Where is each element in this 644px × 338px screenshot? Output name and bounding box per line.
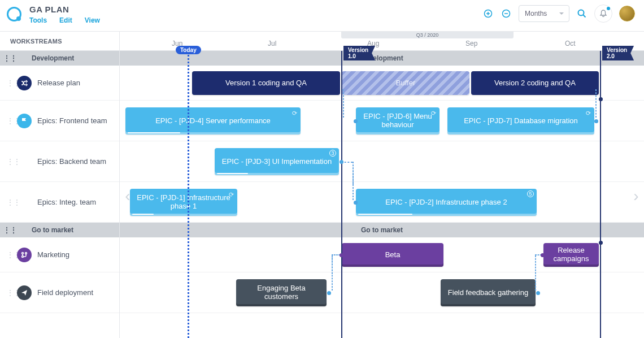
menu-tools[interactable]: Tools <box>29 16 47 24</box>
zoom-in-icon[interactable] <box>482 8 494 19</box>
connector-dot <box>536 291 540 295</box>
bar-v2-coding[interactable]: Version 2 coding and QA <box>471 71 599 95</box>
branch-icon <box>17 248 32 262</box>
count-badge: 5 <box>527 190 534 197</box>
group-gtm[interactable]: ⋮⋮ Go to market <box>0 223 119 237</box>
row-backend[interactable]: ⋮⋮ Epics: Backend team <box>0 141 119 182</box>
row-label: Field deployment <box>37 288 93 297</box>
row-frontend[interactable]: ⋮⋮ Epics: Frontend team <box>0 101 119 141</box>
progress-bar <box>132 214 154 215</box>
row-label: Epics: Backend team <box>37 157 106 166</box>
sync-icon: ⟳ <box>229 191 234 198</box>
row-label: Marketing <box>37 250 69 259</box>
quarter-label: Q3 / 2020 <box>341 32 514 38</box>
flag-icon <box>17 114 32 128</box>
drag-handle-icon[interactable]: ⋮⋮ <box>7 79 11 87</box>
drag-handle-icon[interactable]: ⋮⋮ <box>7 251 11 259</box>
bar-beta[interactable]: Beta <box>342 243 443 267</box>
count-badge: 3 <box>329 150 336 157</box>
connector-dot <box>340 160 343 164</box>
bar-field-feedback[interactable]: Field feedback gathering <box>441 279 536 306</box>
group-development[interactable]: ⋮⋮ Development <box>0 51 119 66</box>
progress-bar <box>358 214 412 215</box>
row-label: Epics: Frontend team <box>37 116 107 125</box>
shuffle-icon <box>17 76 32 90</box>
svg-point-4 <box>22 255 24 257</box>
sync-icon: ⟳ <box>586 110 591 117</box>
row-release-plan[interactable]: ⋮⋮ Release plan <box>0 66 119 101</box>
bar-engaging-beta[interactable]: Engaging Beta customers <box>236 279 327 306</box>
connector-dot <box>354 119 358 123</box>
bar-epic-pjd2[interactable]: EPIC - [PJD-2] Infrastructure phase 2 5 <box>356 189 537 216</box>
avatar[interactable] <box>619 6 635 21</box>
menu-edit[interactable]: Edit <box>59 16 72 24</box>
svg-point-2 <box>578 10 584 16</box>
progress-bar <box>217 173 248 174</box>
svg-point-3 <box>22 252 24 254</box>
connector-dot <box>541 253 545 257</box>
connector-dot <box>340 253 343 257</box>
connector-dot <box>599 97 603 101</box>
row-marketing[interactable]: ⋮⋮ Marketing <box>0 237 119 272</box>
drag-handle-icon[interactable]: ⋮⋮ <box>7 289 11 297</box>
bar-v1-coding[interactable]: Version 1 coding and QA <box>192 71 340 95</box>
connector-dot <box>327 291 331 295</box>
drag-handle-icon[interactable]: ⋮⋮ <box>7 158 11 166</box>
menu-view[interactable]: View <box>85 16 100 24</box>
timeline-group-gtm: Go to market <box>120 223 644 237</box>
workstreams-header: WORKSTREAMS <box>0 32 119 51</box>
drag-handle-icon[interactable]: ⋮⋮ <box>7 117 11 125</box>
group-label: Development <box>32 54 74 62</box>
row-integ[interactable]: ⋮⋮ Epics: Integ. team <box>0 182 119 223</box>
drag-handle-icon[interactable]: ⋮⋮ <box>7 198 11 206</box>
bar-epic-pjd3[interactable]: EPIC - [PJD-3] UI Implementation 3 <box>215 148 339 175</box>
zoom-select[interactable]: Months <box>519 5 569 22</box>
bar-epic-pjd4[interactable]: EPIC - [PJD-4] Server performance ⟳ <box>125 107 301 135</box>
bar-epic-pjd6[interactable]: EPIC - [PJD-6] Menu behaviour ⟳ <box>356 107 440 135</box>
zoom-select-value: Months <box>525 10 547 18</box>
bar-epic-pjd1[interactable]: EPIC - [PJD-1] Infrastructure phase 1 ⟳ <box>130 189 237 216</box>
bar-buffer[interactable]: Buffer <box>342 71 469 95</box>
scroll-left-icon[interactable]: ‹ <box>120 185 136 207</box>
month-label: Sep <box>465 40 477 47</box>
row-label: Epics: Integ. team <box>37 198 96 206</box>
group-label: Go to market <box>32 226 73 234</box>
today-marker[interactable]: Today <box>176 46 201 54</box>
send-icon <box>17 285 32 300</box>
sync-icon: ⟳ <box>431 110 436 117</box>
sync-icon: ⟳ <box>292 110 297 117</box>
progress-bar <box>128 132 180 133</box>
bar-release-campaigns[interactable]: Release campaigns <box>543 243 599 267</box>
app-logo[interactable] <box>7 7 21 21</box>
scroll-right-icon[interactable]: › <box>628 185 644 207</box>
group-label: Go to market <box>361 226 403 234</box>
svg-point-5 <box>25 252 27 254</box>
notifications-icon[interactable] <box>594 5 612 23</box>
row-field[interactable]: ⋮⋮ Field deployment <box>0 272 119 313</box>
month-label: Jul <box>268 40 276 47</box>
bar-epic-pjd7[interactable]: EPIC - [PJD-7] Database migration ⟳ <box>447 107 594 135</box>
drag-handle-icon[interactable]: ⋮⋮ <box>3 226 17 234</box>
zoom-out-icon[interactable] <box>501 8 512 19</box>
month-label: Oct <box>565 40 576 47</box>
page-title: GA PLAN <box>29 5 100 14</box>
connector-dot <box>599 241 603 245</box>
search-icon[interactable] <box>576 8 588 19</box>
connector-dot <box>354 201 358 205</box>
drag-handle-icon[interactable]: ⋮⋮ <box>3 54 17 62</box>
row-label: Release plan <box>37 79 80 87</box>
milestone-v2[interactable]: Version 2.0 <box>602 46 634 60</box>
connector-dot <box>594 119 598 123</box>
milestone-v1[interactable]: Version 1.0 <box>343 46 375 60</box>
